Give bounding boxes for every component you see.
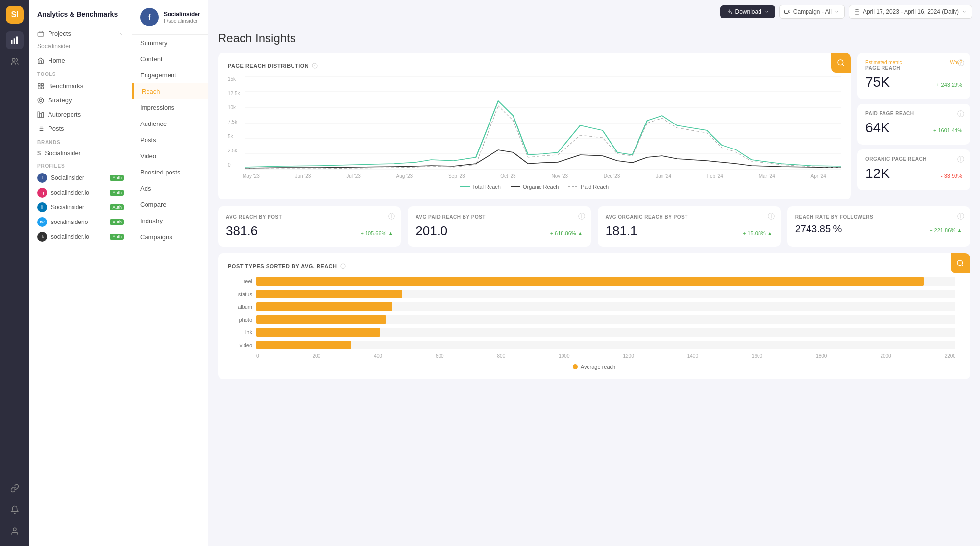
icon-bar-link[interactable] (6, 479, 24, 497)
brands-label: BRANDS (29, 136, 132, 147)
paid-reach-value: 64K (865, 120, 890, 136)
profile-avatar-5: tk (37, 232, 47, 242)
svg-rect-8 (38, 87, 40, 89)
reach-chart-svg (245, 76, 841, 170)
metric-avg-paid-change: + 618.86% ▲ (550, 230, 583, 236)
organic-reach-value: 12K (865, 166, 890, 181)
page-reach-chart-card: PAGE REACH DISTRIBUTION 15k 12.5k 10k 7.… (218, 53, 851, 199)
svg-rect-5 (38, 32, 44, 36)
nav-item-boosted[interactable]: Boosted posts (132, 164, 208, 180)
metric-avg-paid: AVG PAID REACH BY POST 201.0 + 618.86% ▲… (408, 206, 590, 247)
bar-row-reel: reel (233, 277, 956, 286)
svg-point-4 (13, 528, 16, 531)
organic-reach-card: ORGANIC PAGE REACH 12K - 33.99% ⓘ (858, 149, 970, 190)
nav-profile-name: Socialinsider (164, 11, 200, 18)
svg-point-11 (40, 99, 42, 101)
brand-socialinsider[interactable]: $ Socialinsider (29, 147, 132, 159)
page-reach-card: Estimated metric Why? PAGE REACH 75K + 2… (858, 53, 970, 99)
profile-item-5[interactable]: tk socialinsider.io Auth (29, 229, 132, 244)
icon-bar-user[interactable] (6, 522, 24, 540)
nav-item-impressions[interactable]: Impressions (132, 99, 208, 116)
avg-reach-info-icon[interactable]: ⓘ (388, 212, 395, 221)
metric-avg-reach: AVG REACH BY POST 381.6 + 105.66% ▲ ⓘ (218, 206, 401, 247)
metric-reach-rate-value: 2743.85 % (795, 223, 842, 235)
nav-item-audience[interactable]: Audience (132, 116, 208, 132)
metric-avg-organic-label: AVG ORGANIC REACH BY POST (606, 214, 773, 220)
profile-item-4[interactable]: tw socialinsiderio Auth (29, 215, 132, 229)
bar-row-status: status (233, 290, 956, 298)
nav-item-video[interactable]: Video (132, 148, 208, 164)
avg-paid-info-icon[interactable]: ⓘ (578, 212, 585, 221)
date-range-selector[interactable]: April 17, 2023 - April 16, 2024 (Daily) (849, 5, 972, 19)
left-sidebar: Analytics & Benchmarks Projects Socialin… (29, 0, 132, 546)
sidebar-item-autoreports[interactable]: Autoreports (29, 107, 132, 122)
nav-item-campaigns[interactable]: Campaigns (132, 229, 208, 245)
nav-item-summary[interactable]: Summary (132, 35, 208, 51)
nav-item-reach[interactable]: Reach (132, 83, 208, 99)
svg-rect-6 (38, 83, 40, 85)
paid-reach-change: + 1601.44% (933, 127, 962, 133)
icon-bar-analytics[interactable] (6, 31, 24, 49)
icon-bar-people[interactable] (6, 53, 24, 71)
campaign-selector[interactable]: Campaign - All (779, 5, 845, 19)
svg-rect-12 (38, 112, 39, 118)
top-bar: Download Campaign - All April 17, 2023 -… (208, 0, 980, 24)
metric-reach-rate-label: REACH RATE BY FOLLOWERS (795, 214, 962, 220)
metric-avg-paid-value: 201.0 (416, 223, 447, 239)
metric-reach-rate-change: + 221.86% ▲ (930, 227, 962, 233)
legend-paid-reach: Paid Reach (568, 184, 609, 190)
metric-avg-reach-value: 381.6 (226, 223, 258, 239)
icon-bar-bell[interactable] (6, 501, 24, 519)
sidebar-item-home[interactable]: Home (29, 53, 132, 68)
chart-x-labels: May '23 Jun '23 Jul '23 Aug '23 Sep '23 … (228, 174, 841, 179)
metric-avg-reach-change: + 105.66% ▲ (360, 230, 393, 236)
projects-row[interactable]: Projects (29, 26, 132, 41)
nav-item-industry[interactable]: Industry (132, 213, 208, 229)
nav-item-content[interactable]: Content (132, 51, 208, 67)
svg-line-41 (962, 265, 963, 266)
organic-reach-change: - 33.99% (941, 173, 962, 179)
sidebar-item-posts[interactable]: Posts (29, 122, 132, 136)
content-area: Reach Insights PAGE REACH DISTRIBUTION (208, 24, 980, 546)
profile-item-1[interactable]: f Socialinsider Auth (29, 171, 132, 185)
nav-panel: f Socialinsider f /socialinsider Summary… (132, 0, 208, 546)
bar-row-video: video (233, 341, 956, 349)
profile-avatar-4: tw (37, 217, 47, 227)
svg-point-10 (38, 98, 44, 103)
metric-avg-organic-change: + 15.08% ▲ (743, 230, 773, 236)
svg-line-29 (842, 64, 844, 66)
chart-search-icon[interactable] (831, 53, 851, 73)
bar-row-album: album (233, 302, 956, 311)
bar-chart-x-labels: 0 200 400 600 800 1000 1200 1400 1600 18… (256, 353, 956, 359)
profile-item-2[interactable]: ig socialinsider.io Auth (29, 185, 132, 200)
paid-reach-info-icon[interactable]: ⓘ (957, 110, 964, 119)
stats-panel: Estimated metric Why? PAGE REACH 75K + 2… (858, 53, 970, 199)
reach-rate-info-icon[interactable]: ⓘ (957, 212, 964, 221)
sidebar-item-strategy[interactable]: Strategy (29, 93, 132, 107)
sidebar-item-benchmarks[interactable]: Benchmarks (29, 79, 132, 93)
sidebar-title: Analytics & Benchmarks (29, 10, 132, 26)
page-reach-info-icon[interactable]: ⓘ (957, 59, 964, 68)
legend-total-reach: Total Reach (460, 184, 501, 190)
nav-item-compare[interactable]: Compare (132, 197, 208, 213)
chart-legend: Total Reach Organic Reach Paid Reach (228, 184, 841, 190)
post-types-title: POST TYPES SORTED BY AVG. REACH (228, 263, 960, 269)
download-button[interactable]: Download (720, 5, 775, 18)
profiles-label: PROFILES (29, 159, 132, 171)
post-types-search-icon[interactable] (951, 253, 970, 273)
svg-point-28 (838, 60, 843, 65)
nav-item-ads[interactable]: Ads (132, 180, 208, 197)
page-reach-change: + 243.29% (936, 82, 962, 88)
svg-rect-24 (855, 10, 859, 14)
icon-bar: SI (0, 0, 29, 546)
app-logo[interactable]: SI (6, 6, 24, 24)
avg-organic-info-icon[interactable]: ⓘ (768, 212, 775, 221)
paid-reach-label: PAID PAGE REACH (865, 111, 962, 116)
nav-item-engagement[interactable]: Engagement (132, 67, 208, 83)
svg-point-40 (957, 260, 963, 266)
organic-reach-info-icon[interactable]: ⓘ (957, 155, 964, 164)
nav-item-posts[interactable]: Posts (132, 132, 208, 148)
svg-rect-2 (16, 37, 18, 44)
profile-item-3[interactable]: li Socialinsider Auth (29, 200, 132, 215)
metric-avg-organic: AVG ORGANIC REACH BY POST 181.1 + 15.08%… (598, 206, 781, 247)
